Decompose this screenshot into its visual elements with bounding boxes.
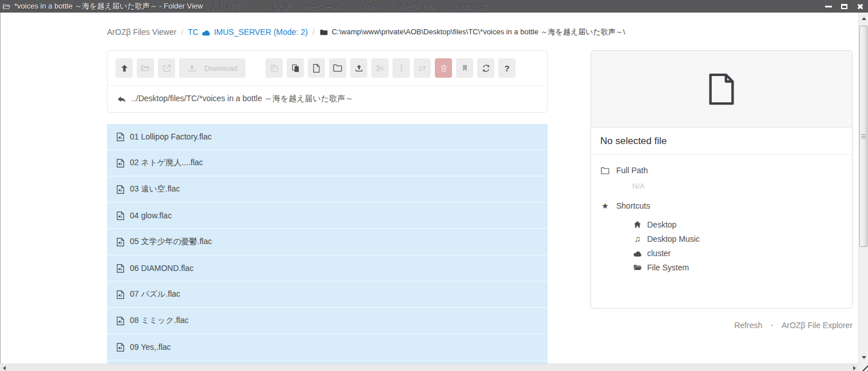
- path-bar-text: ../Desktop/files/TC/*voices in a bottle …: [132, 94, 353, 104]
- new-folder-button[interactable]: [329, 58, 346, 78]
- file-row[interactable]: 09 Yes,.flac: [107, 334, 548, 361]
- cut-icon: [375, 63, 385, 73]
- copy-icon: [269, 63, 279, 73]
- shortcut-label: Desktop: [647, 220, 676, 229]
- rename-icon: [397, 63, 406, 73]
- audio-file-icon: [116, 132, 125, 142]
- arrow-up-icon: [120, 63, 129, 73]
- folder-outline-icon: [600, 166, 610, 175]
- shortcut-desktop-music[interactable]: ♫ Desktop Music: [632, 232, 843, 246]
- file-row[interactable]: 03 遠い空.flac: [107, 177, 548, 203]
- move-button[interactable]: [414, 58, 431, 78]
- full-path-value: N/A: [632, 182, 843, 190]
- upload-button[interactable]: [350, 58, 367, 78]
- file-row[interactable]: 04 glow.flac: [107, 203, 548, 229]
- footer-links: Refresh ・ ArOZβ File Explorer: [590, 321, 853, 331]
- bookmark-button[interactable]: [456, 58, 473, 78]
- download-button[interactable]: Download: [179, 58, 245, 78]
- breadcrumb-app[interactable]: ArOZβ Files Viewer: [107, 27, 176, 37]
- shortcut-label: cluster: [647, 249, 671, 258]
- audio-file-icon: [116, 237, 125, 247]
- file-name: 03 遠い空.flac: [130, 184, 180, 194]
- breadcrumb-current-path: C:\wamp\www\private\AOB\Desktop\files\TC…: [319, 27, 625, 37]
- folder-open-icon: [140, 63, 150, 73]
- desktop-icon-label: 人】相守: [211, 2, 240, 12]
- back-icon[interactable]: [117, 95, 126, 103]
- file-row[interactable]: 08 ミミック.flac: [107, 308, 548, 334]
- scroll-down-icon[interactable]: [859, 353, 868, 362]
- refresh-link[interactable]: Refresh: [734, 321, 762, 330]
- inspector-details: Full Path N/A ★ Shortcuts Desktop ♫ Desk…: [591, 155, 852, 308]
- folder-open-icon: [633, 264, 643, 272]
- shortcut-label: Desktop Music: [647, 234, 700, 244]
- scroll-right-icon[interactable]: [850, 364, 858, 371]
- file-name: 02 ネトゲ廃人....flac: [130, 158, 203, 168]
- new-file-button[interactable]: [308, 58, 325, 78]
- desktop-icon-label: [190220]花: [451, 2, 487, 12]
- upload-icon: [354, 63, 364, 73]
- resize-corner[interactable]: [858, 364, 868, 371]
- shortcuts-label: Shortcuts: [616, 201, 650, 210]
- download-button-label: Download: [204, 64, 237, 73]
- path-bar: ../Desktop/files/TC/*voices in a bottle …: [108, 86, 547, 112]
- toolbar-card: Download: [107, 50, 548, 113]
- home-icon: [633, 221, 642, 229]
- shortcut-cluster[interactable]: cluster: [632, 246, 843, 260]
- breadcrumb-path-text: C:\wamp\www\private\AOB\Desktop\files\TC…: [332, 27, 625, 37]
- copy-button[interactable]: [265, 58, 283, 78]
- refresh-button[interactable]: [477, 58, 494, 78]
- vertical-scrollbar[interactable]: [858, 13, 868, 364]
- folder-view-window: *voices in a bottle ～海を越え届いた歌声～ - Folder…: [0, 0, 868, 371]
- file-row[interactable]: 05 文学少年の憂鬱.flac: [107, 229, 548, 256]
- footer-separator: ・: [768, 321, 776, 330]
- horizontal-scrollbar[interactable]: [0, 364, 858, 371]
- cloud-icon: [633, 250, 643, 257]
- window-title: *voices in a bottle ～海を越え届いた歌声～ - Folder…: [14, 1, 203, 11]
- rename-button[interactable]: [393, 58, 410, 78]
- file-name: 05 文学少年の憂鬱.flac: [130, 237, 212, 247]
- open-button[interactable]: [137, 58, 154, 78]
- download-icon: [187, 63, 197, 73]
- full-path-row: Full Path: [600, 166, 843, 175]
- brand-link[interactable]: ArOZβ File Explorer: [782, 321, 853, 330]
- file-name: 04 glow.flac: [130, 211, 172, 220]
- vertical-scrollbar-thumb[interactable]: [859, 26, 867, 247]
- shortcut-desktop[interactable]: Desktop: [632, 217, 843, 232]
- star-icon: ★: [601, 202, 609, 210]
- minimize-icon[interactable]: [825, 6, 832, 7]
- cut-button[interactable]: [371, 58, 389, 78]
- scroll-up-icon[interactable]: [859, 14, 868, 23]
- go-up-button[interactable]: [116, 58, 133, 78]
- trash-icon: [439, 63, 449, 73]
- audio-file-icon: [116, 316, 125, 326]
- file-inspector-panel: No selected file Full Path N/A ★ Shortcu…: [590, 50, 853, 309]
- titlebar: *voices in a bottle ～海を越え届いた歌声～ - Folder…: [0, 0, 868, 13]
- window-folder-icon: [2, 3, 11, 10]
- file-row[interactable]: 02 ネトゲ廃人....flac: [107, 150, 548, 177]
- open-external-button[interactable]: [158, 58, 175, 78]
- desktop-icon-label: d - [未来: [262, 2, 290, 12]
- shortcut-file-system[interactable]: File System: [632, 260, 843, 274]
- scrollbar-grip: [861, 134, 866, 139]
- full-path-label: Full Path: [616, 166, 648, 175]
- audio-file-icon: [116, 342, 125, 352]
- breadcrumb-server[interactable]: TC IMUS_SERVER (Mode: 2): [188, 27, 308, 37]
- delete-button[interactable]: [435, 58, 452, 78]
- maximize-icon[interactable]: [841, 4, 847, 9]
- paste-button[interactable]: [287, 58, 304, 78]
- bookmark-icon: [461, 63, 469, 73]
- external-link-icon: [162, 63, 172, 73]
- file-name: 01 Lollipop Factory.flac: [130, 132, 212, 141]
- close-icon[interactable]: [857, 3, 863, 10]
- new-folder-icon: [332, 63, 343, 73]
- breadcrumb-server-prefix: TC: [188, 27, 199, 37]
- file-row[interactable]: 07 パズル.flac: [107, 282, 548, 308]
- window-controls: [825, 0, 863, 13]
- file-name: 06 DIAMOND.flac: [130, 264, 193, 273]
- scroll-left-icon[interactable]: [0, 364, 8, 371]
- file-row[interactable]: 01 Lollipop Factory.flac: [107, 124, 548, 150]
- file-name: 09 Yes,.flac: [130, 342, 171, 352]
- breadcrumb-separator: /: [181, 27, 183, 37]
- help-button[interactable]: ?: [498, 58, 516, 78]
- file-row[interactable]: 06 DIAMOND.flac: [107, 256, 548, 282]
